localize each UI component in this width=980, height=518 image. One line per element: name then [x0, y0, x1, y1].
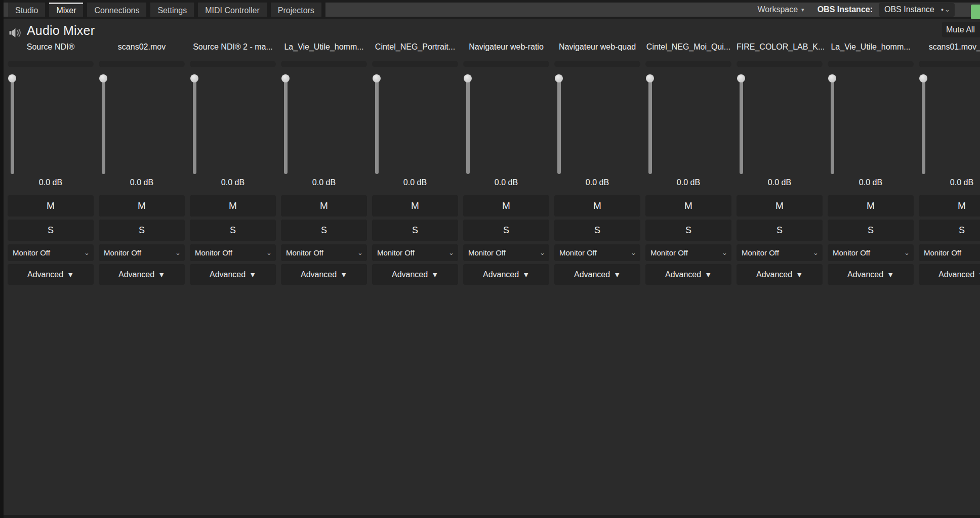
- volume-slider-track[interactable]: [375, 76, 379, 174]
- volume-slider-handle[interactable]: [737, 74, 745, 82]
- volume-slider-track[interactable]: [284, 76, 288, 174]
- tab-bar: StudioMixerConnectionsSettingsMIDI Contr…: [0, 0, 980, 19]
- workspace-menu[interactable]: Workspace ▾: [757, 5, 804, 14]
- monitor-select[interactable]: Monitor Off ⌄: [190, 244, 276, 261]
- bottom-edge-strip: [0, 515, 980, 518]
- tab-mixer[interactable]: Mixer: [49, 3, 83, 17]
- mute-button[interactable]: M: [281, 195, 367, 217]
- volume-slider-handle[interactable]: [373, 74, 381, 82]
- solo-button[interactable]: S: [828, 220, 914, 241]
- channel-strip: Navigateur web-quad 0.0 dB M S Monitor O…: [554, 0, 640, 304]
- solo-button[interactable]: S: [372, 220, 458, 241]
- solo-button[interactable]: S: [8, 220, 94, 241]
- solo-button[interactable]: S: [737, 220, 823, 241]
- channel-strip: Cintel_NEG_Moi_Qui... 0.0 dB M S Monitor…: [645, 0, 731, 304]
- monitor-select[interactable]: Monitor Off ⌄: [645, 244, 731, 261]
- advanced-button[interactable]: Advanced ▼: [737, 264, 823, 285]
- volume-slider-track[interactable]: [193, 76, 196, 174]
- triangle-down-icon: ▼: [887, 271, 894, 279]
- advanced-button[interactable]: Advanced ▼: [828, 264, 914, 285]
- solo-button[interactable]: S: [645, 220, 731, 241]
- mute-button[interactable]: M: [645, 195, 731, 217]
- mute-button[interactable]: M: [554, 195, 640, 217]
- advanced-button[interactable]: Advanced ▼: [190, 264, 276, 285]
- tab-settings[interactable]: Settings: [150, 3, 194, 17]
- tab-connections[interactable]: Connections: [87, 3, 146, 17]
- chevron-down-icon: ⌄: [813, 250, 819, 255]
- volume-slider-track[interactable]: [102, 76, 105, 174]
- chevron-down-icon: ▾: [801, 7, 804, 13]
- monitor-select[interactable]: Monitor Off ⌄: [828, 244, 914, 261]
- volume-slider-handle[interactable]: [281, 74, 290, 82]
- advanced-button[interactable]: Advanced ▼: [8, 264, 94, 285]
- volume-slider-handle[interactable]: [99, 74, 107, 82]
- tab-studio[interactable]: Studio: [8, 3, 45, 17]
- monitor-select[interactable]: Monitor Off ⌄: [99, 244, 185, 261]
- volume-slider-track[interactable]: [922, 76, 925, 174]
- monitor-select[interactable]: Monitor Off ⌄: [8, 244, 94, 261]
- advanced-button[interactable]: Advanced ▼: [281, 264, 367, 285]
- volume-db-label: 0.0 dB: [645, 178, 731, 187]
- solo-button[interactable]: S: [99, 220, 185, 241]
- monitor-select[interactable]: Monitor Off ⌄: [463, 244, 549, 261]
- tab-projectors[interactable]: Projectors: [271, 3, 321, 17]
- connection-status-button[interactable]: [971, 5, 980, 19]
- monitor-select[interactable]: Monitor Off ⌄: [372, 244, 458, 261]
- solo-button[interactable]: S: [919, 220, 980, 241]
- volume-db-label: 0.0 dB: [919, 178, 980, 187]
- solo-button[interactable]: S: [281, 220, 367, 241]
- channel-strip: FIRE_COLOR_LAB_K... 0.0 dB M S Monitor O…: [737, 0, 823, 304]
- triangle-down-icon: ▼: [431, 271, 438, 279]
- solo-button[interactable]: S: [190, 220, 276, 241]
- advanced-button[interactable]: Advanced ▼: [645, 264, 731, 285]
- monitor-select[interactable]: Monitor Off ⌄: [281, 244, 367, 261]
- volume-slider-handle[interactable]: [555, 74, 563, 82]
- mute-button[interactable]: M: [190, 195, 276, 217]
- channel-strip: Cintel_NEG_Portrait... 0.0 dB M S Monito…: [372, 0, 458, 304]
- volume-slider-track[interactable]: [648, 76, 652, 174]
- status-dot-icon: ●: [941, 7, 944, 12]
- mute-button[interactable]: M: [8, 195, 94, 217]
- monitor-select[interactable]: Monitor Off ⌄: [919, 244, 980, 261]
- advanced-button[interactable]: Advanced ▼: [463, 264, 549, 285]
- tab-midi-controller[interactable]: MIDI Controller: [198, 3, 267, 17]
- advanced-button[interactable]: Advanced ▼: [919, 264, 980, 285]
- source-name: scans01.mov_re...: [919, 42, 980, 52]
- advanced-label: Advanced: [847, 270, 883, 279]
- obs-instance-select[interactable]: OBS Instance ● ⌄: [879, 3, 955, 17]
- volume-slider-track[interactable]: [831, 76, 834, 174]
- audio-meter: [645, 61, 731, 67]
- obs-instance-value: OBS Instance: [884, 5, 934, 14]
- volume-slider-track[interactable]: [11, 76, 14, 174]
- source-name: FIRE_COLOR_LAB_K...: [737, 42, 823, 52]
- mute-button[interactable]: M: [919, 195, 980, 217]
- monitor-select[interactable]: Monitor Off ⌄: [554, 244, 640, 261]
- source-name: Cintel_NEG_Moi_Qui...: [645, 42, 731, 52]
- volume-slider-handle[interactable]: [646, 74, 654, 82]
- audio-meter: [190, 61, 276, 67]
- solo-button[interactable]: S: [554, 220, 640, 241]
- mute-button[interactable]: M: [99, 195, 185, 217]
- advanced-button[interactable]: Advanced ▼: [99, 264, 185, 285]
- advanced-button[interactable]: Advanced ▼: [554, 264, 640, 285]
- mute-button[interactable]: M: [828, 195, 914, 217]
- volume-slider-handle[interactable]: [464, 74, 472, 82]
- workspace-label: Workspace: [757, 5, 798, 14]
- volume-slider-track[interactable]: [740, 76, 743, 174]
- audio-meter: [99, 61, 185, 67]
- advanced-label: Advanced: [301, 270, 337, 279]
- advanced-button[interactable]: Advanced ▼: [372, 264, 458, 285]
- advanced-label: Advanced: [938, 270, 974, 279]
- mute-button[interactable]: M: [737, 195, 823, 217]
- mute-button[interactable]: M: [463, 195, 549, 217]
- solo-button[interactable]: S: [463, 220, 549, 241]
- mute-button[interactable]: M: [372, 195, 458, 217]
- volume-slider-track[interactable]: [466, 76, 470, 174]
- left-edge-strip: [0, 0, 4, 518]
- volume-slider-handle[interactable]: [8, 74, 16, 82]
- volume-slider-handle[interactable]: [919, 74, 927, 82]
- volume-slider-track[interactable]: [557, 76, 561, 174]
- monitor-select[interactable]: Monitor Off ⌄: [737, 244, 823, 261]
- volume-slider-handle[interactable]: [190, 74, 198, 82]
- volume-slider-handle[interactable]: [828, 74, 836, 82]
